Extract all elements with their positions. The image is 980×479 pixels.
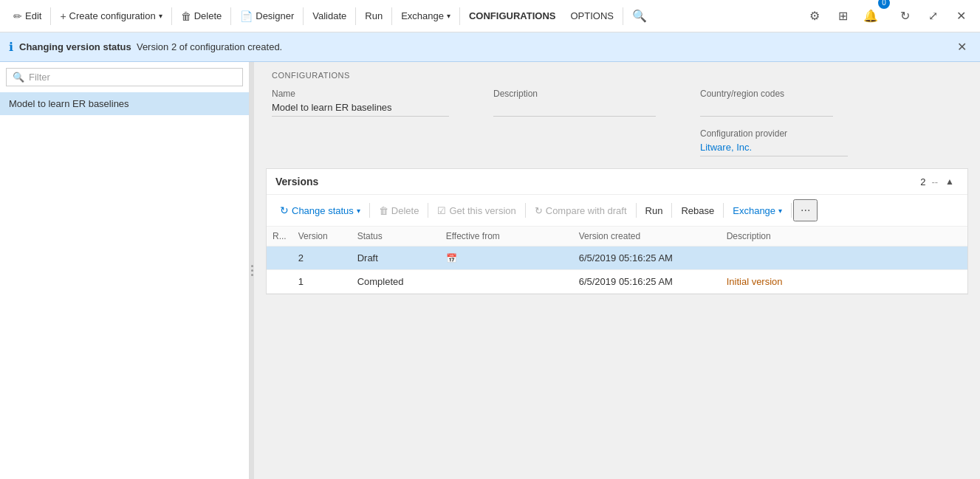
create-dropdown-icon: ▾ (159, 12, 162, 20)
office-button[interactable]: ⊞ (829, 3, 856, 30)
toolbar-separator-2 (171, 7, 172, 25)
description-value (493, 102, 656, 117)
search-toolbar-button[interactable]: 🔍 (625, 0, 654, 32)
table-row[interactable]: 2 Draft 📅 6/5/2019 05:16:25 AM (267, 247, 967, 270)
cell-status: Draft (352, 247, 440, 270)
provider-value[interactable]: Litware, Inc. (700, 142, 848, 156)
plus-icon: + (60, 10, 66, 22)
close-button[interactable]: ✕ (948, 3, 974, 30)
rebase-button[interactable]: Rebase (674, 202, 722, 219)
cell-r (267, 247, 292, 270)
vtb-sep-6 (723, 203, 724, 218)
toolbar-separator-8 (623, 7, 623, 25)
info-bar-close-button[interactable]: ✕ (953, 38, 971, 55)
content-area: CONFIGURATIONS Name Model to learn ER ba… (254, 62, 980, 479)
validate-button[interactable]: Validate (305, 0, 354, 32)
calendar-icon: 📅 (446, 253, 457, 263)
sidebar-search-container: 🔍 (6, 68, 243, 86)
exchange-dropdown-icon: ▾ (447, 12, 450, 20)
content-header: CONFIGURATIONS Name Model to learn ER ba… (254, 62, 980, 162)
col-header-r: R... (267, 227, 292, 247)
designer-icon: 📄 (240, 10, 253, 22)
form-row-1: Name Model to learn ER baselines Descrip… (272, 89, 962, 117)
spacer-desc (493, 128, 656, 156)
toolbar-separator-3 (230, 7, 231, 25)
cell-desc (721, 247, 967, 270)
search-toolbar-icon: 🔍 (632, 9, 647, 23)
refresh-button[interactable]: ↻ (891, 3, 918, 30)
create-configuration-button[interactable]: + Create configuration ▾ (52, 0, 169, 32)
toolbar-separator (50, 7, 51, 25)
sidebar-item-list: Model to learn ER baselines (0, 92, 249, 479)
description-field: Description (493, 89, 656, 117)
versions-delete-icon: 🗑 (379, 205, 388, 216)
toolbar-separator-7 (459, 7, 460, 25)
country-value (700, 102, 833, 117)
col-header-status: Status (352, 227, 440, 247)
exchange-button[interactable]: Exchange ▾ (394, 0, 458, 32)
cell-effective (440, 270, 573, 294)
configurations-nav-button[interactable]: CONFIGURATIONS (462, 0, 563, 32)
change-status-icon: ↻ (280, 204, 289, 216)
run-button[interactable]: Run (357, 0, 390, 32)
get-version-icon: ☑ (437, 205, 446, 216)
col-header-version: Version (292, 227, 352, 247)
toolbar-right-actions: ⚙ ⊞ 🔔 0 ↻ ⤢ ✕ (801, 3, 974, 30)
toolbar-separator-6 (391, 7, 392, 25)
vtb-sep-5 (671, 203, 672, 218)
col-header-effective: Effective from (440, 227, 573, 247)
notification-badge: 0 (878, 0, 890, 9)
notification-area: 🔔 0 (857, 3, 890, 30)
compare-icon: ↻ (535, 205, 543, 216)
vtb-sep-4 (636, 203, 637, 218)
versions-run-button[interactable]: Run (638, 202, 671, 219)
sidebar-item-model[interactable]: Model to learn ER baselines (0, 92, 249, 115)
section-title: CONFIGURATIONS (272, 71, 962, 80)
versions-section: Versions 2 -- ▲ ↻ Change status ▾ 🗑 Dele… (266, 168, 968, 294)
sidebar-search-icon: 🔍 (13, 72, 24, 83)
versions-exchange-button[interactable]: Exchange ▾ (725, 202, 789, 219)
form-row-2: Configuration provider Litware, Inc. (272, 128, 962, 156)
name-value: Model to learn ER baselines (272, 102, 449, 117)
table-row[interactable]: 1 Completed 6/5/2019 05:16:25 AM Initial… (267, 270, 967, 294)
vtb-sep-1 (369, 203, 370, 218)
cell-version: 2 (292, 247, 352, 270)
cell-r (267, 270, 292, 294)
cell-effective: 📅 (440, 247, 573, 270)
name-field: Name Model to learn ER baselines (272, 89, 449, 117)
resizer-dots (251, 265, 253, 276)
options-nav-button[interactable]: OPTIONS (563, 0, 621, 32)
versions-delete-button[interactable]: 🗑 Delete (371, 202, 427, 219)
change-status-button[interactable]: ↻ Change status ▾ (273, 201, 368, 219)
designer-button[interactable]: 📄 Designer (233, 0, 301, 32)
versions-table: R... Version Status Effective from Versi… (267, 227, 967, 294)
versions-collapse-button[interactable]: ▲ (941, 175, 959, 188)
sidebar: 🔍 Model to learn ER baselines (0, 62, 250, 479)
get-version-button[interactable]: ☑ Get this version (430, 202, 523, 219)
compare-draft-button[interactable]: ↻ Compare with draft (527, 202, 634, 219)
cell-created: 6/5/2019 05:16:25 AM (573, 270, 721, 294)
search-input[interactable] (29, 72, 236, 83)
versions-header: Versions 2 -- ▲ (267, 169, 967, 195)
cell-status: Completed (352, 270, 440, 294)
expand-button[interactable]: ⤢ (919, 3, 946, 30)
info-bar-text: Changing version status Version 2 of con… (19, 41, 947, 52)
edit-icon: ✏ (13, 10, 22, 22)
more-options-button[interactable]: ··· (793, 199, 818, 221)
versions-toolbar: ↻ Change status ▾ 🗑 Delete ☑ Get this ve… (267, 195, 967, 227)
delete-button[interactable]: 🗑 Delete (174, 0, 230, 32)
provider-field: Configuration provider Litware, Inc. (700, 128, 848, 156)
edit-button[interactable]: ✏ Edit (6, 0, 49, 32)
settings-button[interactable]: ⚙ (801, 3, 828, 30)
info-bar: ℹ Changing version status Version 2 of c… (0, 32, 980, 62)
description-label: Description (493, 89, 656, 99)
country-field: Country/region codes (700, 89, 833, 117)
col-header-description: Description (721, 227, 967, 247)
versions-count: 2 (920, 176, 925, 187)
versions-title: Versions (275, 176, 920, 187)
versions-table-header: R... Version Status Effective from Versi… (267, 227, 967, 247)
vtb-sep-7 (791, 203, 792, 218)
main-toolbar: ✏ Edit + Create configuration ▾ 🗑 Delete… (0, 0, 980, 32)
toolbar-separator-4 (303, 7, 304, 25)
col-header-created: Version created (573, 227, 721, 247)
